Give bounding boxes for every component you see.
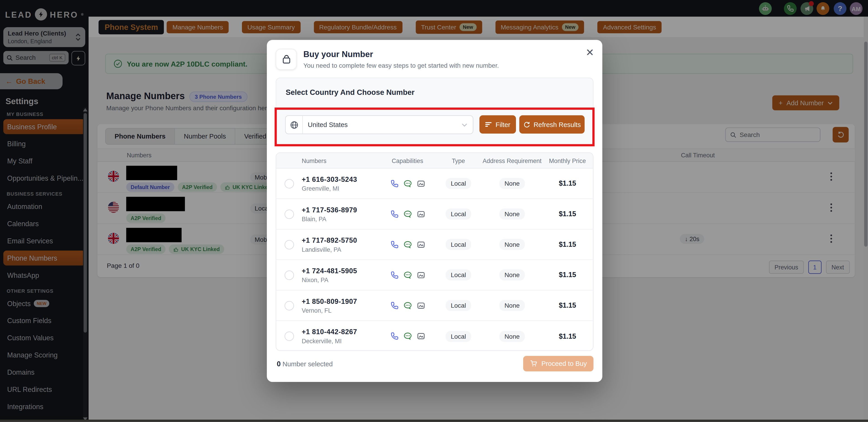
phone-number: +1 850-809-1907 [302, 298, 379, 305]
column-numbers: Numbers [302, 157, 379, 164]
capability-icons [379, 301, 436, 310]
capability-icons [379, 240, 436, 249]
country-select[interactable]: United States [285, 115, 473, 134]
address-requirement: None [499, 331, 525, 342]
address-requirement: None [499, 300, 525, 311]
number-location: Greenville, MI [302, 185, 379, 192]
sms-icon [403, 301, 412, 310]
available-number-row: +1 850-809-1907Vernon, FL Local None $1.… [276, 290, 593, 321]
column-monthly-price: Monthly Price [543, 157, 592, 164]
address-requirement: None [499, 239, 525, 250]
close-icon[interactable]: ✕ [583, 47, 597, 58]
refresh-results-button[interactable]: Refresh Results [519, 115, 585, 134]
select-number-radio[interactable] [284, 240, 294, 249]
phone-number: +1 717-536-8979 [302, 206, 379, 214]
app-window: ? AM LEAD HERO ® Lead Hero (Clients) Lon… [0, 0, 868, 422]
selected-count: 0 [277, 360, 281, 368]
number-type: Local [446, 270, 471, 281]
voice-icon [390, 210, 398, 218]
number-type: Local [446, 331, 471, 342]
mms-icon [416, 301, 425, 310]
country-selected-value: United States [303, 121, 462, 129]
select-number-radio[interactable] [284, 332, 294, 341]
available-numbers-header: Numbers Capabilities Type Address Requir… [276, 153, 593, 169]
mms-icon [416, 210, 425, 218]
select-number-radio[interactable] [284, 179, 294, 188]
number-type: Local [446, 178, 471, 189]
number-location: Landisville, PA [302, 246, 379, 252]
available-number-row: +1 717-892-5750Landisville, PA Local Non… [276, 230, 593, 260]
voice-icon [390, 240, 398, 249]
phone-number: +1 724-481-5905 [302, 267, 379, 275]
number-type: Local [446, 300, 471, 311]
cart-icon [530, 360, 537, 367]
address-requirement: None [499, 208, 525, 220]
monthly-price: $1.15 [543, 210, 592, 218]
number-type: Local [446, 208, 471, 220]
number-location: Deckerville, MI [302, 338, 379, 344]
sms-icon [403, 210, 412, 218]
phone-number: +1 616-303-5243 [302, 175, 379, 183]
number-location: Blain, PA [302, 215, 379, 222]
selected-label: Number selected [282, 360, 333, 368]
screen: ? AM LEAD HERO ® Lead Hero (Clients) Lon… [0, 0, 868, 422]
sms-icon [403, 332, 412, 340]
capability-icons [379, 179, 436, 188]
mms-icon [416, 271, 425, 279]
sms-icon [403, 271, 412, 279]
voice-icon [390, 271, 398, 279]
monthly-price: $1.15 [543, 271, 592, 279]
available-numbers-table: Numbers Capabilities Type Address Requir… [276, 152, 593, 351]
globe-icon [285, 116, 303, 134]
number-type: Local [446, 239, 471, 250]
available-number-row: +1 616-303-5243Greenville, MI Local None… [276, 168, 593, 199]
modal-subtitle: You need to complete few easy steps to g… [303, 62, 499, 68]
column-address-requirement: Address Requirement [481, 157, 543, 164]
capability-icons [379, 210, 436, 218]
monthly-price: $1.15 [543, 302, 592, 309]
number-location: Nixon, PA [302, 276, 379, 283]
voice-icon [390, 301, 398, 310]
sms-icon [403, 179, 412, 188]
sms-icon [403, 240, 412, 249]
filter-icon [485, 121, 492, 128]
country-section [276, 78, 593, 145]
capability-icons [379, 271, 436, 279]
buy-number-modal: Buy your Number You need to complete few… [267, 40, 602, 382]
monthly-price: $1.15 [543, 241, 592, 248]
monthly-price: $1.15 [543, 332, 592, 340]
mms-icon [416, 240, 425, 249]
country-section-title: Select Country And Choose Number [285, 88, 414, 96]
select-number-radio[interactable] [284, 209, 294, 219]
chevron-down-icon [462, 123, 473, 126]
select-number-radio[interactable] [284, 301, 294, 310]
mms-icon [416, 332, 425, 340]
mms-icon [416, 179, 425, 188]
available-number-row: +1 724-481-5905Nixon, PA Local None $1.1… [276, 260, 593, 290]
number-location: Vernon, FL [302, 307, 379, 313]
available-number-row: +1 810-442-8267Deckerville, MI Local Non… [276, 321, 593, 351]
column-capabilities: Capabilities [379, 157, 436, 164]
column-type: Type [436, 157, 481, 164]
shopping-bag-icon [276, 49, 297, 70]
phone-number: +1 810-442-8267 [302, 328, 379, 336]
select-number-radio[interactable] [284, 270, 294, 280]
phone-number: +1 717-892-5750 [302, 236, 379, 244]
filter-button[interactable]: Filter [479, 115, 516, 134]
address-requirement: None [499, 270, 525, 281]
modal-title: Buy your Number [303, 49, 373, 59]
address-requirement: None [499, 178, 525, 189]
capability-icons [379, 332, 436, 340]
selected-count-text: 0 Number selected [277, 360, 333, 368]
refresh-icon [523, 121, 530, 128]
available-number-row: +1 717-536-8979Blain, PA Local None $1.1… [276, 199, 593, 230]
monthly-price: $1.15 [543, 179, 592, 187]
voice-icon [390, 179, 398, 188]
voice-icon [390, 332, 398, 340]
proceed-to-buy-button[interactable]: Proceed to Buy [523, 356, 593, 371]
